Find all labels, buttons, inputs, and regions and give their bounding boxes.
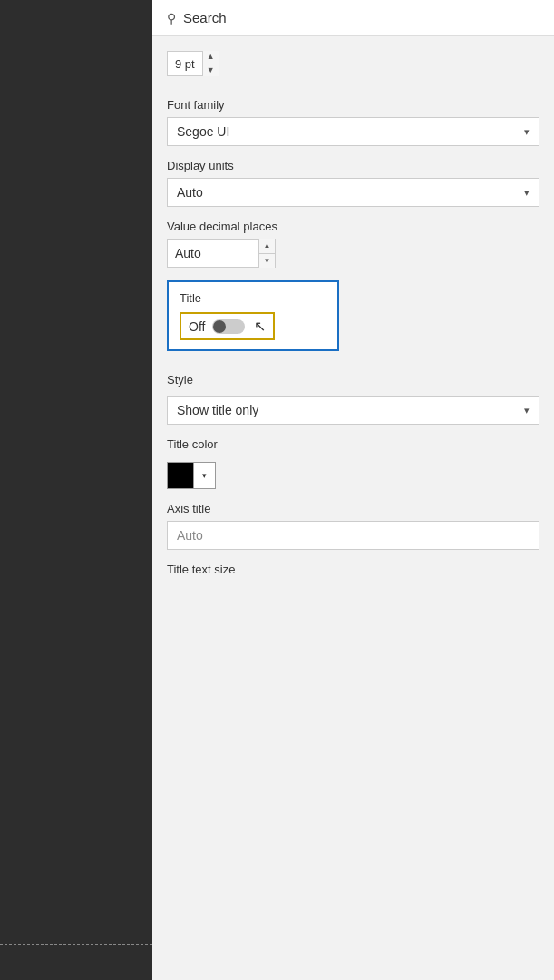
cursor-icon: ↖ — [254, 318, 266, 335]
font-family-arrow-icon: ▾ — [524, 126, 530, 138]
font-size-value: 9 pt — [168, 57, 202, 71]
axis-title-input[interactable] — [167, 521, 539, 550]
style-value: Show title only — [177, 403, 258, 417]
left-panel — [0, 0, 152, 980]
display-units-dropdown[interactable]: Auto ▾ — [167, 178, 539, 207]
font-size-stepper[interactable]: 9 pt ▲ ▼ — [167, 51, 219, 76]
decimal-places-spinner[interactable]: Auto ▲ ▼ — [167, 239, 276, 268]
axis-title-label: Axis title — [167, 502, 539, 515]
left-panel-bottom — [0, 944, 152, 980]
font-family-value: Segoe UI — [177, 124, 229, 139]
font-family-label: Font family — [167, 98, 539, 112]
right-panel: ⚲ Search 9 pt ▲ ▼ Font family Segoe UI ▾… — [152, 0, 554, 980]
title-section: Title Off ↖ — [167, 280, 339, 351]
toggle-track[interactable] — [212, 319, 245, 334]
font-size-row: 9 pt ▲ ▼ — [167, 51, 539, 76]
toggle-thumb — [213, 320, 226, 333]
title-color-label: Title color — [167, 437, 539, 451]
font-size-up-button[interactable]: ▲ — [203, 51, 219, 64]
color-swatch[interactable] — [167, 462, 194, 489]
decimal-places-value: Auto — [168, 246, 258, 260]
font-family-dropdown[interactable]: Segoe UI ▾ — [167, 117, 539, 146]
font-size-down-button[interactable]: ▼ — [203, 64, 219, 77]
style-arrow-icon: ▾ — [524, 405, 530, 416]
settings-content: 9 pt ▲ ▼ Font family Segoe UI ▾ Display … — [152, 36, 554, 591]
decimal-places-row: Auto ▲ ▼ — [167, 239, 539, 268]
title-section-label: Title — [180, 291, 326, 305]
search-label: Search — [183, 10, 227, 25]
title-toggle[interactable]: Off ↖ — [180, 312, 275, 340]
title-text-size-label: Title text size — [167, 563, 539, 576]
search-bar: ⚲ Search — [152, 0, 554, 36]
title-color-picker: ▾ — [167, 462, 539, 489]
decimal-places-label: Value decimal places — [167, 220, 539, 233]
toggle-off-label: Off — [189, 319, 205, 334]
color-dropdown-button[interactable]: ▾ — [194, 462, 216, 489]
search-icon: ⚲ — [167, 11, 176, 25]
font-size-arrows: ▲ ▼ — [202, 51, 219, 76]
display-units-value: Auto — [177, 185, 203, 200]
decimal-down-button[interactable]: ▼ — [259, 254, 275, 269]
display-units-label: Display units — [167, 159, 539, 172]
style-dropdown[interactable]: Show title only ▾ — [167, 396, 539, 425]
decimal-up-button[interactable]: ▲ — [259, 239, 275, 254]
display-units-arrow-icon: ▾ — [524, 187, 530, 199]
style-label: Style — [167, 373, 539, 387]
decimal-arrows: ▲ ▼ — [258, 239, 275, 268]
